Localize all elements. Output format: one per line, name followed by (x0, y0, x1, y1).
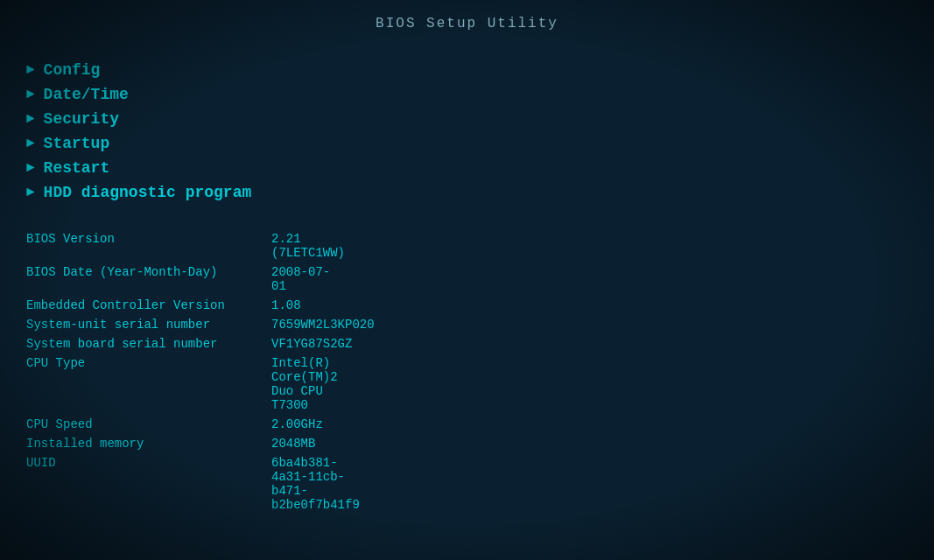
info-row: CPU Speed2.00GHz (26, 415, 341, 434)
info-label: UUID (26, 456, 271, 512)
nav-item-label: Date/Time (44, 86, 129, 103)
content-area: ►Config►Date/Time►Security►Startup►Resta… (0, 40, 934, 560)
nav-arrow-icon: ► (26, 62, 35, 78)
nav-item-label: Security (44, 110, 119, 128)
info-row: Installed memory2048MB (26, 434, 341, 453)
left-panel: ►Config►Date/Time►Security►Startup►Resta… (0, 49, 368, 551)
info-row: BIOS Date (Year-Month-Day)2008-07-01 (26, 262, 341, 296)
info-label: BIOS Date (Year-Month-Day) (26, 265, 271, 293)
nav-item-security[interactable]: ►Security (26, 107, 341, 131)
info-row: System-unit serial number7659WM2L3KP020 (26, 315, 341, 334)
info-value: 1.08 (271, 298, 301, 312)
title-bar: BIOS Setup Utility (0, 0, 934, 40)
info-value: 7659WM2L3KP020 (271, 318, 375, 332)
info-label: Installed memory (26, 437, 271, 451)
info-row: UUID6ba4b381-4a31-11cb-b471-b2be0f7b41f9 (26, 453, 341, 514)
nav-item-restart[interactable]: ►Restart (26, 156, 341, 180)
info-row: BIOS Version2.21 (7LETC1WW) (26, 229, 341, 262)
info-section: BIOS Version2.21 (7LETC1WW)BIOS Date (Ye… (26, 229, 341, 514)
nav-item-label: Config (44, 61, 101, 79)
nav-item-label: HDD diagnostic program (44, 184, 252, 201)
info-row: CPU TypeIntel(R) Core(TM)2 Duo CPU T7300 (26, 354, 341, 415)
nav-arrow-icon: ► (26, 136, 35, 151)
nav-item-hdd-diagnostic-program[interactable]: ►HDD diagnostic program (26, 180, 341, 205)
info-value: 2008-07-01 (271, 265, 341, 293)
nav-arrow-icon: ► (26, 111, 35, 127)
nav-item-label: Restart (44, 159, 110, 177)
title-text: BIOS Setup Utility (376, 16, 558, 32)
info-row: Embedded Controller Version1.08 (26, 296, 341, 315)
info-value: 2048MB (271, 437, 315, 451)
info-value: VF1YG87S2GZ (271, 337, 352, 351)
info-label: Embedded Controller Version (26, 298, 271, 312)
info-value: 6ba4b381-4a31-11cb-b471-b2be0f7b41f9 (271, 456, 360, 512)
nav-arrow-icon: ► (26, 87, 35, 102)
nav-item-label: Startup (44, 135, 110, 152)
nav-item-config[interactable]: ►Config (26, 58, 341, 82)
info-label: System-unit serial number (26, 318, 271, 332)
info-value: 2.21 (7LETC1WW) (271, 232, 345, 260)
info-label: System board serial number (26, 337, 271, 351)
info-label: CPU Speed (26, 417, 271, 431)
info-label: BIOS Version (26, 232, 271, 260)
nav-item-date/time[interactable]: ►Date/Time (26, 82, 341, 107)
nav-arrow-icon: ► (26, 185, 35, 200)
bios-screen: BIOS Setup Utility ►Config►Date/Time►Sec… (0, 0, 934, 560)
nav-menu: ►Config►Date/Time►Security►Startup►Resta… (26, 58, 341, 205)
nav-arrow-icon: ► (26, 160, 35, 176)
info-row: System board serial numberVF1YG87S2GZ (26, 334, 341, 354)
info-value: 2.00GHz (271, 417, 323, 431)
nav-item-startup[interactable]: ►Startup (26, 131, 341, 156)
info-label: CPU Type (26, 356, 271, 412)
info-value: Intel(R) Core(TM)2 Duo CPU T7300 (271, 356, 341, 412)
